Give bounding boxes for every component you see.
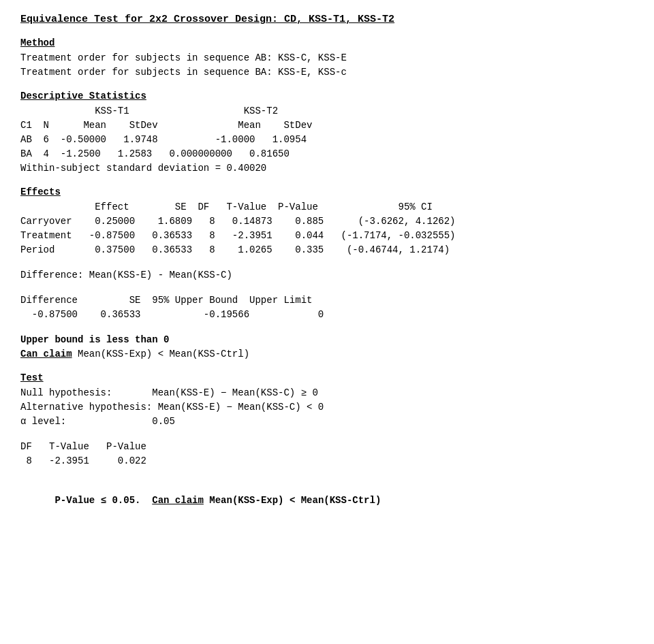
alpha-value: 0.05 (152, 416, 175, 427)
test-results-header: DF T-Value P-Value (20, 440, 634, 454)
effects-header: Effects (20, 187, 634, 197)
can-claim-1: Can claim Mean(KSS-Exp) < Mean(KSS-Ctrl) (20, 347, 634, 361)
null-label: Null hypothesis: (20, 387, 152, 398)
test-header: Test (20, 372, 634, 383)
descriptive-header: Descriptive Statistics (20, 91, 634, 101)
effects-section: Effects Effect SE DF T-Value P-Value 95%… (20, 187, 634, 257)
effects-carryover: Carryover 0.25000 1.6809 8 0.14873 0.885… (20, 214, 634, 229)
test-results-row: 8 -2.3951 0.022 (20, 454, 634, 468)
upper-bound-note: Upper bound is less than 0 (20, 333, 634, 347)
page-title: Equivalence Test for 2x2 Crossover Desig… (20, 14, 634, 25)
difference-table-header: Difference SE 95% Upper Bound Upper Limi… (20, 293, 634, 308)
can-claim-1-underlined: Can claim (20, 349, 72, 359)
alt-value: Mean(KSS-E) − Mean(KSS-C) < 0 (152, 402, 324, 413)
alpha-level: α level: 0.05 (20, 415, 634, 429)
final-conclusion: P-Value ≤ 0.05. Can claim Mean(KSS-Exp) … (20, 479, 634, 522)
can-claim-1-text: Mean(KSS-Exp) < Mean(KSS-Ctrl) (72, 349, 249, 359)
descriptive-section: Descriptive Statistics KSS-T1 KSS-T2 C1 … (20, 91, 634, 176)
descriptive-header-row1: KSS-T1 KSS-T2 (20, 104, 634, 118)
descriptive-data-row1: AB 6 -0.50000 1.9748 -1.0000 1.0954 (20, 133, 634, 147)
difference-label: Difference: Mean(KSS-E) - Mean(KSS-C) (20, 268, 634, 283)
null-value: Mean(KSS-E) − Mean(KSS-C) ≥ 0 (152, 387, 318, 398)
alpha-label: α level: (20, 416, 152, 427)
effects-period: Period 0.37500 0.36533 8 1.0265 0.335 (-… (20, 243, 634, 257)
pvalue-text: P-Value ≤ 0.05. (54, 495, 152, 506)
method-line1: Treatment order for subjects in sequence… (20, 51, 634, 65)
difference-section: Difference: Mean(KSS-E) - Mean(KSS-C) Di… (20, 268, 634, 322)
test-section: Test Null hypothesis: Mean(KSS-E) − Mean… (20, 372, 634, 429)
test-results-section: DF T-Value P-Value 8 -2.3951 0.022 (20, 440, 634, 468)
method-line2: Treatment order for subjects in sequence… (20, 65, 634, 80)
alt-label: Alternative hypothesis: (20, 402, 152, 413)
method-section: Method Treatment order for subjects in s… (20, 37, 634, 80)
upper-bound-section: Upper bound is less than 0 Can claim Mea… (20, 333, 634, 361)
final-conclusion-section: P-Value ≤ 0.05. Can claim Mean(KSS-Exp) … (20, 479, 634, 522)
can-claim-final-text: Mean(KSS-Exp) < Mean(KSS-Ctrl) (204, 495, 381, 506)
within-subject-deviation: Within-subject standard deviation = 0.40… (20, 161, 634, 176)
can-claim-final-underlined: Can claim (152, 495, 204, 506)
effects-header-row: Effect SE DF T-Value P-Value 95% CI (20, 200, 634, 214)
effects-treatment: Treatment -0.87500 0.36533 8 -2.3951 0.0… (20, 229, 634, 243)
descriptive-header-row2: C1 N Mean StDev Mean StDev (20, 118, 634, 133)
descriptive-data-row2: BA 4 -1.2500 1.2583 0.000000000 0.81650 (20, 147, 634, 161)
method-header: Method (20, 37, 634, 48)
alt-hypothesis: Alternative hypothesis: Mean(KSS-E) − Me… (20, 400, 634, 415)
main-content: Equivalence Test for 2x2 Crossover Desig… (20, 14, 634, 522)
difference-table-row: -0.87500 0.36533 -0.19566 0 (20, 308, 634, 322)
null-hypothesis: Null hypothesis: Mean(KSS-E) − Mean(KSS-… (20, 386, 634, 400)
